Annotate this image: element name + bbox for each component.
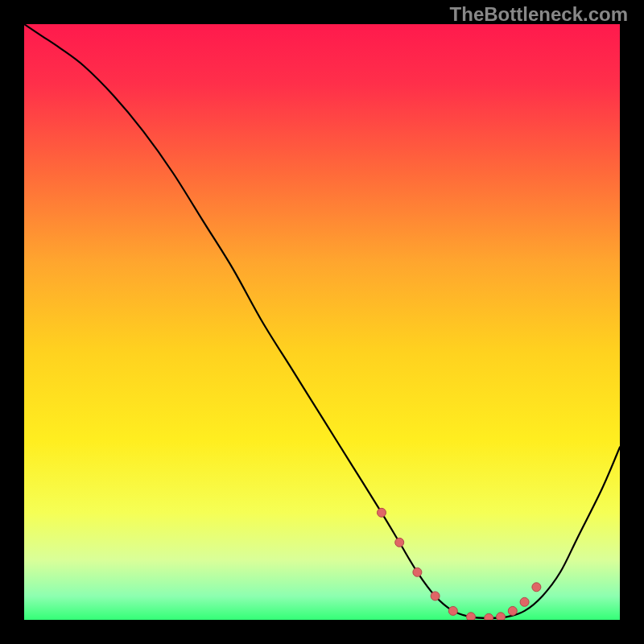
chart-container: TheBottleneck.com	[0, 0, 644, 644]
marker-dot	[467, 613, 476, 620]
marker-dot	[520, 597, 529, 606]
marker-dot	[485, 613, 493, 620]
marker-dot	[508, 606, 517, 615]
marker-dot	[431, 592, 440, 601]
marker-dot	[532, 583, 541, 592]
curve-layer	[24, 24, 620, 620]
marker-dot	[395, 538, 404, 547]
watermark-label: TheBottleneck.com	[450, 3, 628, 26]
marker-dot	[448, 606, 457, 615]
marker-dot	[413, 568, 422, 576]
highlight-markers	[378, 508, 541, 620]
marker-dot	[497, 613, 506, 620]
bottleneck-curve	[24, 24, 620, 618]
marker-dot	[378, 508, 386, 517]
